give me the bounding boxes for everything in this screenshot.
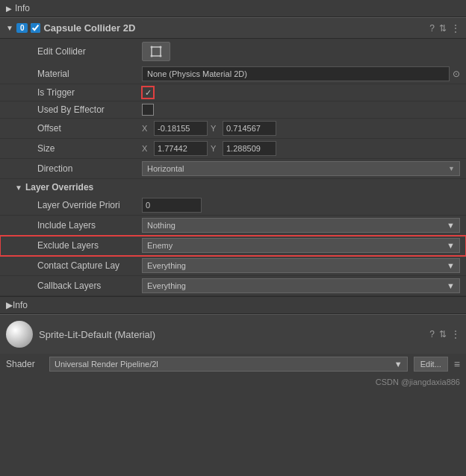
callback-layers-dropdown-arrow: ▼ — [447, 281, 455, 290]
bottom-info-section[interactable]: ▶ Info — [0, 296, 466, 314]
component-index: 0 — [16, 23, 28, 33]
is-trigger-row: Is Trigger ✓ — [0, 84, 466, 101]
offset-x-input[interactable] — [154, 121, 208, 136]
size-label: Size — [37, 143, 142, 154]
edit-collider-button[interactable] — [142, 42, 170, 61]
svg-point-3 — [151, 55, 153, 57]
offset-row: Offset X Y — [0, 119, 466, 139]
exclude-layers-row: Exclude Layers Enemy ▼ — [0, 236, 466, 256]
contact-capture-layers-text: Everything — [147, 261, 186, 270]
offset-y-label: Y — [211, 124, 220, 133]
callback-layers-row: Callback Layers Everything ▼ — [0, 276, 466, 296]
direction-row: Direction Horizontal ▼ — [0, 159, 466, 179]
material-panel: Sprite-Lit-Default (Material) ? ⇅ ⋮ Shad… — [0, 314, 466, 375]
material-row: Material None (Physics Material 2D) ⊙ — [0, 64, 466, 84]
material-value: None (Physics Material 2D) ⊙ — [142, 66, 460, 81]
callback-layers-value: Everything ▼ — [142, 278, 460, 293]
material-circle-button[interactable]: ⊙ — [453, 69, 460, 79]
size-row: Size X Y — [0, 139, 466, 159]
settings-icon[interactable]: ⇅ — [439, 23, 447, 34]
top-info-arrow: ▶ — [6, 4, 12, 13]
layer-overrides-header[interactable]: ▼ Layer Overrides — [0, 179, 466, 195]
contact-capture-layers-row: Contact Capture Lay Everything ▼ — [0, 256, 466, 276]
include-layers-row: Include Layers Nothing ▼ — [0, 216, 466, 236]
top-info-label: Info — [15, 3, 30, 13]
direction-label: Direction — [37, 163, 142, 174]
material-panel-icons: ? ⇅ ⋮ — [429, 329, 460, 339]
size-value: X Y — [142, 141, 460, 156]
include-layers-arrow: ▼ — [447, 221, 455, 230]
used-by-effector-label: Used By Effector — [37, 104, 142, 115]
exclude-layers-dropdown[interactable]: Enemy ▼ — [142, 238, 460, 253]
exclude-layers-arrow: ▼ — [447, 241, 455, 250]
direction-dropdown-text: Horizontal — [147, 164, 184, 173]
component-header[interactable]: ▼ 0 Capsule Collider 2D ? ⇅ ⋮ — [0, 17, 466, 39]
collapse-arrow-icon: ▼ — [6, 24, 13, 32]
used-by-effector-checkbox[interactable] — [142, 104, 154, 116]
size-x-input[interactable] — [154, 141, 208, 156]
used-by-effector-value — [142, 104, 460, 116]
layer-override-priority-input[interactable] — [142, 198, 202, 213]
callback-layers-dropdown[interactable]: Everything ▼ — [142, 278, 460, 293]
include-layers-value: Nothing ▼ — [142, 218, 460, 233]
offset-x-label: X — [142, 124, 151, 133]
shader-list-icon[interactable]: ≡ — [454, 358, 460, 370]
material-panel-header: Sprite-Lit-Default (Material) ? ⇅ ⋮ — [0, 315, 466, 354]
exclude-layers-text: Enemy — [147, 241, 173, 250]
callback-layers-label: Callback Layers — [37, 281, 142, 291]
edit-collider-label: Edit Collider — [37, 46, 142, 57]
direction-dropdown-arrow: ▼ — [448, 165, 455, 172]
shader-dropdown-text: Universal Render Pipeline/2l — [55, 360, 158, 369]
material-help-icon[interactable]: ? — [429, 329, 435, 339]
is-trigger-label: Is Trigger — [37, 87, 142, 98]
component-enabled-checkbox[interactable] — [31, 23, 40, 33]
material-panel-title: Sprite-Lit-Default (Material) — [39, 329, 423, 340]
include-layers-dropdown[interactable]: Nothing ▼ — [142, 218, 460, 233]
svg-point-4 — [160, 55, 162, 57]
shader-edit-button[interactable]: Edit... — [414, 357, 448, 372]
exclude-layers-value: Enemy ▼ — [142, 238, 460, 253]
contact-capture-layers-value: Everything ▼ — [142, 258, 460, 273]
callback-layers-text: Everything — [147, 281, 186, 290]
include-layers-label: Include Layers — [37, 220, 142, 231]
svg-rect-0 — [152, 47, 161, 56]
include-layers-text: Nothing — [147, 221, 175, 230]
svg-point-2 — [160, 46, 162, 48]
contact-capture-layers-dropdown-arrow: ▼ — [447, 261, 455, 270]
material-text: None (Physics Material 2D) — [147, 69, 247, 78]
offset-y-input[interactable] — [223, 121, 276, 136]
contact-capture-layers-dropdown[interactable]: Everything ▼ — [142, 258, 460, 273]
component-title: Capsule Collider 2D — [43, 22, 429, 34]
shader-row: Shader Universal Render Pipeline/2l ▼ Ed… — [0, 354, 466, 375]
layer-override-priority-label: Layer Override Priori — [37, 200, 142, 210]
edit-collider-row: Edit Collider — [0, 39, 466, 64]
svg-point-1 — [151, 46, 153, 48]
direction-dropdown[interactable]: Horizontal ▼ — [142, 161, 460, 176]
shader-label: Shader — [6, 359, 43, 369]
shader-dropdown-arrow: ▼ — [394, 360, 403, 369]
offset-value: X Y — [142, 121, 460, 136]
direction-value: Horizontal ▼ — [142, 161, 460, 176]
component-header-icons: ? ⇅ ⋮ — [429, 23, 460, 34]
bottom-info-arrow: ▶ — [6, 300, 13, 310]
size-y-input[interactable] — [223, 141, 276, 156]
properties-container: Edit Collider Material None (Physics Mat… — [0, 39, 466, 296]
checkmark-icon: ✓ — [145, 88, 152, 98]
material-label: Material — [37, 69, 142, 79]
material-field[interactable]: None (Physics Material 2D) — [142, 66, 450, 81]
used-by-effector-row: Used By Effector — [0, 101, 466, 119]
material-menu-icon[interactable]: ⋮ — [451, 329, 460, 339]
help-icon[interactable]: ? — [429, 23, 435, 34]
bottom-info-label: Info — [13, 300, 28, 310]
exclude-layers-label: Exclude Layers — [37, 240, 142, 251]
menu-icon[interactable]: ⋮ — [451, 23, 460, 34]
shader-dropdown[interactable]: Universal Render Pipeline/2l ▼ — [49, 357, 408, 372]
material-settings-icon[interactable]: ⇅ — [439, 329, 447, 339]
is-trigger-value: ✓ — [142, 87, 460, 98]
watermark: CSDN @jiangdaxia886 — [0, 375, 466, 389]
watermark-text: CSDN @jiangdaxia886 — [376, 378, 460, 386]
top-info-section[interactable]: ▶ Info — [0, 0, 466, 17]
size-x-label: X — [142, 144, 151, 153]
layer-overrides-title: Layer Overrides — [25, 182, 93, 192]
is-trigger-checkbox[interactable]: ✓ — [142, 87, 154, 98]
